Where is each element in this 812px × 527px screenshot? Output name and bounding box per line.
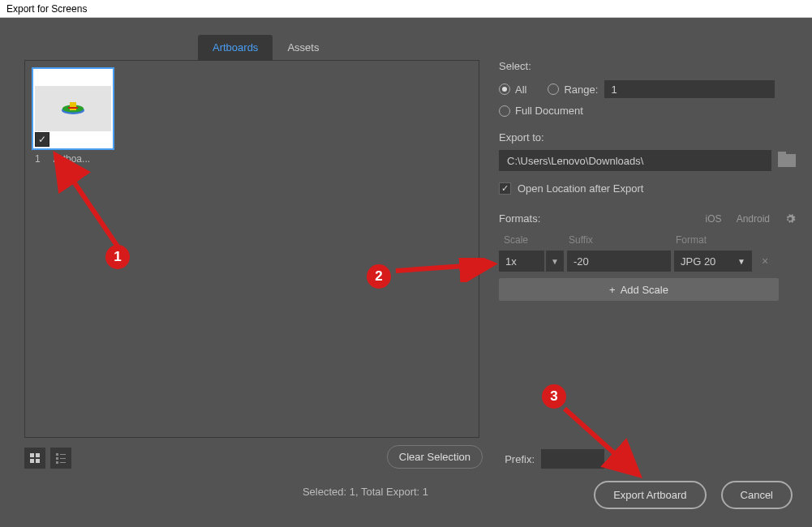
list-view-button[interactable]: [50, 448, 71, 469]
format-select[interactable]: JPG 20 ▼: [674, 251, 752, 272]
svg-rect-2: [70, 102, 76, 110]
list-icon: [55, 452, 67, 464]
radio-all-label: All: [515, 84, 526, 96]
artboard-name: Artboa...: [54, 153, 90, 165]
titlebar: Export for Screens: [0, 0, 812, 18]
export-to-label: Export to:: [499, 131, 796, 144]
radio-full-document-label: Full Document: [515, 105, 583, 117]
svg-rect-13: [60, 462, 66, 463]
add-scale-button[interactable]: + Add Scale: [499, 278, 779, 301]
range-input[interactable]: [604, 80, 775, 98]
svg-rect-7: [36, 459, 40, 463]
export-dialog: Artboards Assets: [0, 18, 812, 527]
svg-rect-9: [60, 454, 66, 455]
checkbox-icon: [499, 182, 511, 195]
grid-view-button[interactable]: [24, 448, 45, 469]
open-location-checkbox[interactable]: Open Location after Export: [499, 182, 796, 195]
radio-icon: [499, 105, 510, 117]
cancel-button[interactable]: Cancel: [721, 481, 793, 509]
clear-selection-button[interactable]: Clear Selection: [387, 445, 483, 469]
radio-icon: [499, 84, 510, 95]
prefix-label: Prefix:: [505, 453, 535, 465]
export-path-input[interactable]: [499, 150, 771, 171]
remove-row-icon[interactable]: ×: [757, 255, 773, 268]
svg-rect-11: [60, 458, 66, 459]
radio-range-label: Range:: [564, 84, 598, 96]
tab-assets[interactable]: Assets: [273, 35, 333, 60]
svg-rect-6: [30, 459, 34, 463]
gear-icon[interactable]: [784, 213, 796, 225]
artwork-preview-icon: [59, 101, 87, 117]
svg-rect-10: [56, 457, 58, 460]
suffix-input[interactable]: [567, 251, 671, 272]
header-format: Format: [676, 234, 796, 246]
open-location-label: Open Location after Export: [518, 182, 643, 195]
svg-rect-4: [30, 453, 34, 457]
browse-folder-icon[interactable]: [778, 154, 796, 167]
tab-artboards[interactable]: Artboards: [198, 35, 273, 60]
svg-rect-8: [56, 453, 58, 456]
format-value: JPG 20: [681, 255, 715, 268]
radio-all[interactable]: All: [499, 84, 526, 96]
tab-bar: Artboards Assets: [0, 18, 812, 60]
window-title: Export for Screens: [6, 3, 87, 15]
add-scale-label: Add Scale: [621, 284, 668, 296]
annotation-1: 1: [105, 245, 130, 269]
scale-dropdown[interactable]: ▼: [546, 251, 564, 272]
export-options-pane: Select: All Range: Full Document Export: [479, 60, 796, 438]
scale-input[interactable]: [499, 251, 544, 272]
artboard-list-pane: ✓ 1 Artboa...: [24, 60, 479, 438]
formats-label: Formats:: [499, 212, 540, 225]
select-label: Select:: [499, 60, 796, 72]
artboard-index: 1: [35, 153, 41, 165]
chevron-down-icon: ▼: [737, 257, 745, 266]
annotation-3: 3: [542, 384, 566, 409]
preset-ios[interactable]: iOS: [706, 213, 722, 225]
artboard-thumbnail[interactable]: ✓ 1 Artboa...: [32, 67, 114, 165]
preset-android[interactable]: Android: [737, 213, 770, 225]
header-scale: Scale: [504, 234, 569, 246]
grid-icon: [29, 452, 41, 464]
export-artboard-button[interactable]: Export Artboard: [594, 481, 706, 509]
radio-icon: [548, 84, 559, 95]
annotation-2: 2: [367, 264, 391, 289]
radio-range[interactable]: Range:: [548, 84, 598, 96]
svg-rect-12: [56, 461, 58, 464]
artboard-selected-check[interactable]: ✓: [35, 132, 49, 147]
radio-full-document[interactable]: Full Document: [499, 105, 583, 117]
svg-rect-5: [36, 453, 40, 457]
prefix-input[interactable]: [541, 449, 604, 469]
header-suffix: Suffix: [569, 234, 676, 246]
plus-icon: +: [609, 284, 616, 296]
svg-rect-3: [68, 107, 78, 109]
